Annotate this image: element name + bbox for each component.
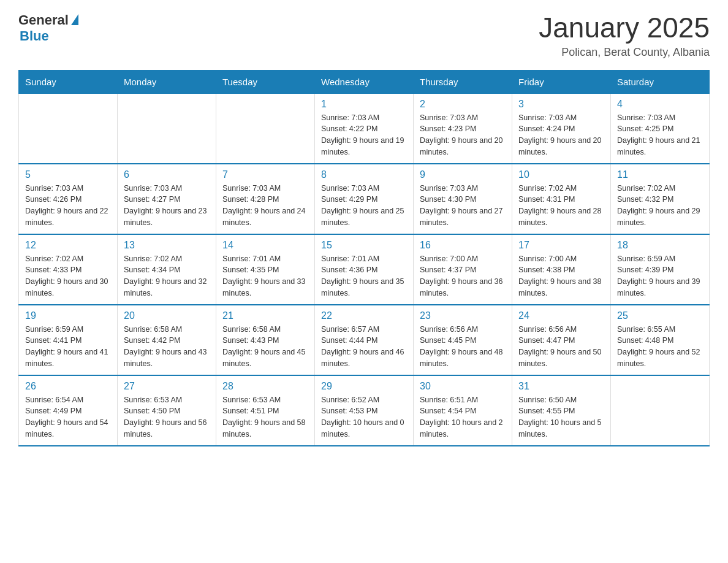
calendar-cell: 24Sunrise: 6:56 AMSunset: 4:47 PMDayligh… bbox=[512, 305, 611, 375]
day-info: Sunrise: 6:59 AMSunset: 4:41 PMDaylight:… bbox=[25, 324, 111, 370]
header-monday: Monday bbox=[118, 70, 216, 93]
day-number: 12 bbox=[25, 240, 111, 251]
day-info: Sunrise: 7:02 AMSunset: 4:32 PMDaylight:… bbox=[617, 183, 703, 229]
calendar-header-row: SundayMondayTuesdayWednesdayThursdayFrid… bbox=[19, 70, 710, 93]
day-info: Sunrise: 7:00 AMSunset: 4:38 PMDaylight:… bbox=[518, 253, 604, 299]
calendar-cell: 22Sunrise: 6:57 AMSunset: 4:44 PMDayligh… bbox=[315, 305, 414, 375]
day-number: 13 bbox=[124, 240, 210, 251]
day-number: 31 bbox=[518, 381, 604, 392]
day-number: 27 bbox=[124, 381, 210, 392]
calendar-cell: 15Sunrise: 7:01 AMSunset: 4:36 PMDayligh… bbox=[315, 234, 414, 305]
day-number: 3 bbox=[518, 99, 604, 110]
calendar-cell: 21Sunrise: 6:58 AMSunset: 4:43 PMDayligh… bbox=[216, 305, 315, 375]
page-header: General Blue January 2025 Polican, Berat… bbox=[18, 12, 710, 59]
day-number: 23 bbox=[420, 310, 506, 321]
calendar-cell: 13Sunrise: 7:02 AMSunset: 4:34 PMDayligh… bbox=[118, 234, 216, 305]
day-number: 6 bbox=[124, 169, 210, 180]
day-number: 25 bbox=[617, 310, 703, 321]
day-number: 29 bbox=[321, 381, 407, 392]
calendar-cell: 11Sunrise: 7:02 AMSunset: 4:32 PMDayligh… bbox=[611, 164, 710, 234]
calendar-cell: 20Sunrise: 6:58 AMSunset: 4:42 PMDayligh… bbox=[118, 305, 216, 375]
calendar-cell: 2Sunrise: 7:03 AMSunset: 4:23 PMDaylight… bbox=[414, 93, 512, 164]
day-info: Sunrise: 7:01 AMSunset: 4:36 PMDaylight:… bbox=[321, 253, 407, 299]
calendar-cell bbox=[118, 93, 216, 164]
day-info: Sunrise: 6:58 AMSunset: 4:43 PMDaylight:… bbox=[222, 324, 308, 370]
calendar-cell: 28Sunrise: 6:53 AMSunset: 4:51 PMDayligh… bbox=[216, 375, 315, 446]
day-info: Sunrise: 7:03 AMSunset: 4:28 PMDaylight:… bbox=[222, 183, 308, 229]
calendar-week-row: 12Sunrise: 7:02 AMSunset: 4:33 PMDayligh… bbox=[19, 234, 710, 305]
day-number: 19 bbox=[25, 310, 111, 321]
day-number: 22 bbox=[321, 310, 407, 321]
calendar-cell: 18Sunrise: 6:59 AMSunset: 4:39 PMDayligh… bbox=[611, 234, 710, 305]
day-number: 4 bbox=[617, 99, 703, 110]
day-info: Sunrise: 6:51 AMSunset: 4:54 PMDaylight:… bbox=[420, 394, 506, 440]
header-sunday: Sunday bbox=[19, 70, 118, 93]
day-number: 15 bbox=[321, 240, 407, 251]
day-info: Sunrise: 6:59 AMSunset: 4:39 PMDaylight:… bbox=[617, 253, 703, 299]
calendar-week-row: 1Sunrise: 7:03 AMSunset: 4:22 PMDaylight… bbox=[19, 93, 710, 164]
calendar-cell bbox=[611, 375, 710, 446]
calendar-cell: 14Sunrise: 7:01 AMSunset: 4:35 PMDayligh… bbox=[216, 234, 315, 305]
day-number: 16 bbox=[420, 240, 506, 251]
page-title: January 2025 bbox=[539, 12, 710, 44]
day-number: 7 bbox=[222, 169, 308, 180]
day-info: Sunrise: 7:00 AMSunset: 4:37 PMDaylight:… bbox=[420, 253, 506, 299]
day-info: Sunrise: 7:03 AMSunset: 4:23 PMDaylight:… bbox=[420, 112, 506, 158]
title-block: January 2025 Polican, Berat County, Alba… bbox=[539, 12, 710, 59]
day-number: 26 bbox=[25, 381, 111, 392]
calendar-week-row: 19Sunrise: 6:59 AMSunset: 4:41 PMDayligh… bbox=[19, 305, 710, 375]
calendar-cell: 25Sunrise: 6:55 AMSunset: 4:48 PMDayligh… bbox=[611, 305, 710, 375]
day-number: 11 bbox=[617, 169, 703, 180]
day-number: 30 bbox=[420, 381, 506, 392]
calendar-cell: 30Sunrise: 6:51 AMSunset: 4:54 PMDayligh… bbox=[414, 375, 512, 446]
day-info: Sunrise: 7:03 AMSunset: 4:27 PMDaylight:… bbox=[124, 183, 210, 229]
calendar-cell: 7Sunrise: 7:03 AMSunset: 4:28 PMDaylight… bbox=[216, 164, 315, 234]
calendar-cell: 3Sunrise: 7:03 AMSunset: 4:24 PMDaylight… bbox=[512, 93, 611, 164]
calendar-week-row: 26Sunrise: 6:54 AMSunset: 4:49 PMDayligh… bbox=[19, 375, 710, 446]
calendar-cell: 4Sunrise: 7:03 AMSunset: 4:25 PMDaylight… bbox=[611, 93, 710, 164]
day-info: Sunrise: 6:53 AMSunset: 4:50 PMDaylight:… bbox=[124, 394, 210, 440]
logo-triangle-icon bbox=[71, 14, 78, 25]
calendar-cell bbox=[19, 93, 118, 164]
day-number: 14 bbox=[222, 240, 308, 251]
header-wednesday: Wednesday bbox=[315, 70, 414, 93]
calendar-cell: 19Sunrise: 6:59 AMSunset: 4:41 PMDayligh… bbox=[19, 305, 118, 375]
calendar-table: SundayMondayTuesdayWednesdayThursdayFrid… bbox=[18, 70, 710, 446]
day-info: Sunrise: 7:02 AMSunset: 4:31 PMDaylight:… bbox=[518, 183, 604, 229]
day-info: Sunrise: 6:50 AMSunset: 4:55 PMDaylight:… bbox=[518, 394, 604, 440]
calendar-cell: 27Sunrise: 6:53 AMSunset: 4:50 PMDayligh… bbox=[118, 375, 216, 446]
day-info: Sunrise: 7:03 AMSunset: 4:24 PMDaylight:… bbox=[518, 112, 604, 158]
day-info: Sunrise: 7:03 AMSunset: 4:30 PMDaylight:… bbox=[420, 183, 506, 229]
day-info: Sunrise: 6:54 AMSunset: 4:49 PMDaylight:… bbox=[25, 394, 111, 440]
calendar-cell: 1Sunrise: 7:03 AMSunset: 4:22 PMDaylight… bbox=[315, 93, 414, 164]
day-info: Sunrise: 7:01 AMSunset: 4:35 PMDaylight:… bbox=[222, 253, 308, 299]
day-number: 21 bbox=[222, 310, 308, 321]
day-info: Sunrise: 6:55 AMSunset: 4:48 PMDaylight:… bbox=[617, 324, 703, 370]
day-info: Sunrise: 6:57 AMSunset: 4:44 PMDaylight:… bbox=[321, 324, 407, 370]
calendar-cell: 16Sunrise: 7:00 AMSunset: 4:37 PMDayligh… bbox=[414, 234, 512, 305]
header-thursday: Thursday bbox=[414, 70, 512, 93]
day-number: 9 bbox=[420, 169, 506, 180]
subtitle: Polican, Berat County, Albania bbox=[539, 46, 710, 59]
day-info: Sunrise: 7:03 AMSunset: 4:25 PMDaylight:… bbox=[617, 112, 703, 158]
day-info: Sunrise: 7:02 AMSunset: 4:33 PMDaylight:… bbox=[25, 253, 111, 299]
logo-blue-text: Blue bbox=[20, 28, 49, 44]
calendar-week-row: 5Sunrise: 7:03 AMSunset: 4:26 PMDaylight… bbox=[19, 164, 710, 234]
day-info: Sunrise: 7:02 AMSunset: 4:34 PMDaylight:… bbox=[124, 253, 210, 299]
day-info: Sunrise: 7:03 AMSunset: 4:22 PMDaylight:… bbox=[321, 112, 407, 158]
day-info: Sunrise: 6:53 AMSunset: 4:51 PMDaylight:… bbox=[222, 394, 308, 440]
day-number: 2 bbox=[420, 99, 506, 110]
day-number: 10 bbox=[518, 169, 604, 180]
logo-general-text: General bbox=[18, 12, 69, 28]
day-info: Sunrise: 6:52 AMSunset: 4:53 PMDaylight:… bbox=[321, 394, 407, 440]
calendar-cell: 23Sunrise: 6:56 AMSunset: 4:45 PMDayligh… bbox=[414, 305, 512, 375]
calendar-cell: 26Sunrise: 6:54 AMSunset: 4:49 PMDayligh… bbox=[19, 375, 118, 446]
calendar-cell: 8Sunrise: 7:03 AMSunset: 4:29 PMDaylight… bbox=[315, 164, 414, 234]
calendar-cell bbox=[216, 93, 315, 164]
day-number: 8 bbox=[321, 169, 407, 180]
day-number: 24 bbox=[518, 310, 604, 321]
day-number: 28 bbox=[222, 381, 308, 392]
day-info: Sunrise: 6:56 AMSunset: 4:45 PMDaylight:… bbox=[420, 324, 506, 370]
calendar-cell: 6Sunrise: 7:03 AMSunset: 4:27 PMDaylight… bbox=[118, 164, 216, 234]
day-number: 1 bbox=[321, 99, 407, 110]
